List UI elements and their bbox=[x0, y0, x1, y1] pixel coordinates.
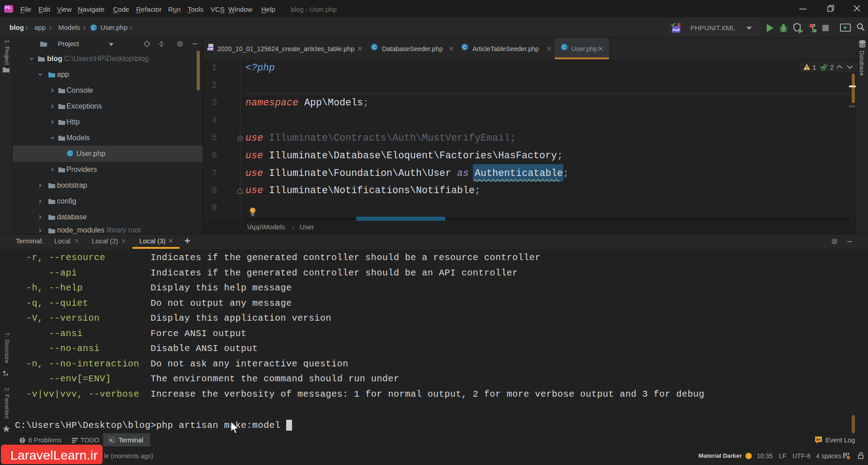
svg-text:C: C bbox=[373, 44, 376, 50]
svg-text:C: C bbox=[92, 25, 95, 30]
svg-text:C: C bbox=[562, 44, 566, 50]
svg-text:>_: >_ bbox=[109, 438, 114, 443]
svg-text:C: C bbox=[463, 44, 467, 50]
svg-text:9+: 9+ bbox=[816, 437, 821, 442]
svg-text:PHP: PHP bbox=[208, 47, 214, 51]
svg-text:PHP: PHP bbox=[673, 28, 680, 32]
svg-text:C: C bbox=[68, 151, 72, 156]
